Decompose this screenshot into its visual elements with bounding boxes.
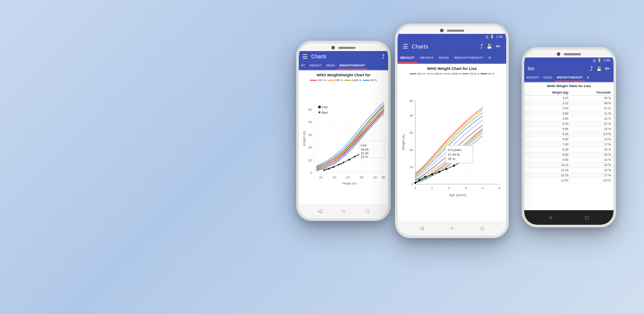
home-btn-2[interactable] xyxy=(448,224,456,232)
app-title-3: les xyxy=(528,66,586,72)
legend-color-3 xyxy=(344,80,351,81)
chart-title-2: WHO Weight Chart for Lisa xyxy=(398,64,506,72)
chart-area-1: 0 10 20 30 40 50 16 20 24 28 32 36 xyxy=(299,82,388,204)
lc-3-3 xyxy=(444,73,450,74)
camera-2 xyxy=(440,29,444,32)
svg-text:50: 50 xyxy=(308,108,312,112)
legend-3-4: 25/75 % xyxy=(462,72,479,75)
svg-text:Lisa: Lisa xyxy=(361,143,367,147)
svg-text:20: 20 xyxy=(333,175,336,179)
table-row: 8.8224 % xyxy=(524,152,614,157)
svg-text:3: 3 xyxy=(465,186,467,190)
save-icon-2[interactable]: 💾 xyxy=(486,44,492,49)
tab-b-3[interactable]: B xyxy=(585,74,591,82)
table-row: 3.5951 % xyxy=(524,106,614,111)
svg-text:Lisa: Lisa xyxy=(322,105,328,109)
tab-wh-2[interactable]: WEIGHT/HEIGHT xyxy=(452,53,486,63)
svg-text:16: 16 xyxy=(319,175,322,179)
status-time-3: 1:58 xyxy=(603,58,610,62)
ll-3-4: 25/75 % xyxy=(470,72,479,75)
recent-btn-1[interactable] xyxy=(364,207,371,215)
tab-bar-1: HT HEIGHT HEAD WEIGHT/HEIGHT xyxy=(299,62,388,70)
table-content-3: WHO Weight Table for Lisa Weight (kg) Pe… xyxy=(524,82,614,210)
table-cell: 13.52 xyxy=(524,178,571,183)
table-cell: 5.88 xyxy=(524,127,571,132)
tab-b-2[interactable]: B xyxy=(486,53,494,63)
status-battery: 🔋 xyxy=(490,35,494,39)
legend-item-1: 3/97 % xyxy=(310,79,326,82)
table-cell: 7.43 xyxy=(524,142,571,147)
legend-item-3: 10/90 % xyxy=(344,79,361,82)
tab-head-3[interactable]: HEAD xyxy=(541,74,555,82)
share-icon-2[interactable] xyxy=(480,43,483,50)
phone-right: ||| 🔋 1:58 les 💾 WEIGHT HEAD WEIGHT/HEIG… xyxy=(522,47,616,227)
svg-text:40: 40 xyxy=(410,114,413,118)
chart-legend-1: 3/97 % 5/95 % 10/90 % 25/75 xyxy=(299,78,388,82)
legend-label-4: 25/75 xyxy=(371,79,377,82)
svg-text:10: 10 xyxy=(308,158,312,162)
share-icon-1[interactable] xyxy=(382,53,385,60)
table-cell: 19 % xyxy=(571,168,614,173)
svg-text:28: 28 xyxy=(360,175,363,179)
tab-height-2[interactable]: HEIGHT xyxy=(417,53,436,63)
chart-svg-2: 0 10 20 30 40 50 0 1 2 3 4 5 xyxy=(399,78,504,219)
tab-weight-3[interactable]: WEIGHT xyxy=(524,74,541,82)
tab-height[interactable]: HEIGHT xyxy=(307,62,324,69)
status-bar-3: ||| 🔋 1:58 xyxy=(524,57,614,63)
table-cell: 51 % xyxy=(571,106,614,111)
hamburger-icon-2[interactable] xyxy=(403,43,408,50)
hamburger-icon[interactable] xyxy=(302,53,308,60)
share-icon-3[interactable] xyxy=(590,65,593,72)
legend-3-1: 3/97 % xyxy=(410,72,425,75)
weight-table: Weight (kg) Percentile 3.2955 %3.1236 %3… xyxy=(524,90,614,183)
home-btn-3[interactable]: □ xyxy=(583,214,591,221)
app-title-2: Charts xyxy=(412,43,477,50)
legend-3-2: 5/95 % xyxy=(427,72,443,75)
tab-weightheight[interactable]: WEIGHT/HEIGHT xyxy=(337,62,367,69)
svg-text:2: 2 xyxy=(448,186,450,190)
svg-text:Weight (lb): Weight (lb) xyxy=(401,134,405,150)
table-cell: 3.63 xyxy=(524,111,571,116)
svg-text:40: 40 xyxy=(308,120,312,124)
table-cell: 6.69 xyxy=(524,137,571,142)
svg-text:Height (in): Height (in) xyxy=(342,181,357,185)
edit-icon-2[interactable] xyxy=(496,43,501,50)
chart-area-2: 0 10 20 30 40 50 0 1 2 3 4 5 xyxy=(398,76,506,221)
app-bar-3: les 💾 xyxy=(524,63,614,74)
legend-color-4 xyxy=(363,80,370,81)
svg-text:19 %: 19 % xyxy=(448,157,456,161)
svg-text:27.40 lb: 27.40 lb xyxy=(448,153,460,157)
table-cell: 32 % xyxy=(571,116,614,121)
tab-ht[interactable]: HT xyxy=(299,62,307,69)
chart-title-1: WHO Weight/Height Chart for xyxy=(299,70,388,78)
ll-3-2: 5/95 % xyxy=(434,72,443,75)
table-row: 7.4317 % xyxy=(524,142,614,147)
save-icon-3[interactable]: 💾 xyxy=(596,66,601,71)
back-btn-2[interactable] xyxy=(418,224,425,232)
svg-text:5: 5 xyxy=(498,186,501,190)
recent-btn-2[interactable] xyxy=(479,224,486,232)
table-row: 12.4319 % xyxy=(524,168,614,173)
tab-head-2[interactable]: HEAD xyxy=(436,53,452,63)
tab-head[interactable]: HEAD xyxy=(324,62,337,69)
app-icons-2: 💾 xyxy=(480,43,501,50)
tab-weight-2[interactable]: WEIGHT xyxy=(398,53,417,63)
table-row: 3.1236 % xyxy=(524,101,614,106)
table-row: 10.1214 % xyxy=(524,163,614,168)
edit-icon-3[interactable] xyxy=(605,65,610,72)
svg-text:Age (years): Age (years) xyxy=(449,193,467,197)
table-cell: 9.5 % xyxy=(571,132,614,137)
back-btn-1[interactable] xyxy=(316,207,323,215)
svg-text:19 %: 19 % xyxy=(361,155,368,159)
table-cell: 3.59 xyxy=(524,106,571,111)
home-btn-1[interactable] xyxy=(340,207,347,215)
legend-3-5: 50 % xyxy=(480,72,494,75)
svg-text:Weight (lb): Weight (lb) xyxy=(302,131,306,146)
table-cell: 14 % xyxy=(571,163,614,168)
back-btn-3[interactable]: ○ xyxy=(547,214,555,221)
legend-color-2 xyxy=(327,80,334,81)
table-cell: 3.29 xyxy=(524,96,571,101)
table-cell: 9.36 xyxy=(524,157,571,163)
tab-wh-3[interactable]: WEIGHT/HEIGHT xyxy=(555,74,585,82)
table-cell: 55 % xyxy=(571,96,614,101)
